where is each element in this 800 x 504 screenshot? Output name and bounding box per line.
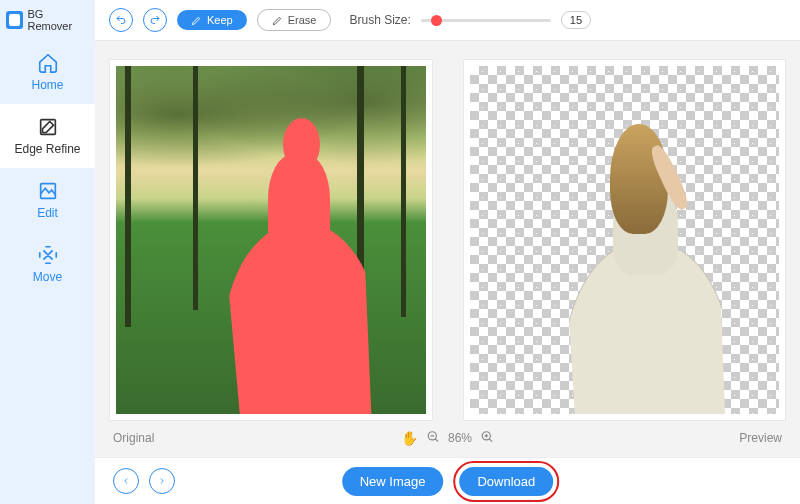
next-image-button[interactable] [149, 468, 175, 494]
redo-icon [149, 14, 161, 26]
keep-brush-icon [191, 15, 202, 26]
zoom-out-icon [426, 430, 440, 444]
app-logo: BG Remover [0, 0, 95, 40]
erase-label: Erase [288, 14, 317, 26]
bottom-bar: New Image Download [95, 457, 800, 504]
canvas-area: Original ✋ 86% Preview [95, 41, 800, 457]
brush-size-value: 15 [561, 11, 591, 29]
original-label: Original [113, 431, 154, 445]
sidebar-item-label: Move [33, 270, 62, 284]
preview-label: Preview [739, 431, 782, 445]
undo-icon [115, 14, 127, 26]
erase-button[interactable]: Erase [257, 9, 332, 31]
sidebar-item-edit[interactable]: Edit [0, 168, 95, 232]
sidebar-item-label: Home [31, 78, 63, 92]
zoom-in-button[interactable] [480, 430, 494, 447]
chevron-right-icon [157, 476, 167, 486]
sidebar-item-label: Edit [37, 206, 58, 220]
chevron-left-icon [121, 476, 131, 486]
preview-image [470, 66, 780, 414]
sidebar-item-move[interactable]: Move [0, 232, 95, 296]
redo-button[interactable] [143, 8, 167, 32]
move-icon [37, 244, 59, 266]
sidebar-item-label: Edge Refine [14, 142, 80, 156]
logo-icon [6, 11, 23, 29]
original-image [116, 66, 426, 414]
toolbar: Keep Erase Brush Size: 15 [95, 0, 800, 41]
sidebar-item-edge-refine[interactable]: Edge Refine [0, 104, 95, 168]
download-button[interactable]: Download [459, 467, 553, 496]
brush-size-label: Brush Size: [349, 13, 410, 27]
keep-button[interactable]: Keep [177, 10, 247, 30]
main: Keep Erase Brush Size: 15 [95, 0, 800, 504]
slider-thumb[interactable] [431, 15, 442, 26]
home-icon [37, 52, 59, 74]
zoom-in-icon [480, 430, 494, 444]
pan-hand-icon[interactable]: ✋ [401, 430, 418, 446]
canvas-labels: Original ✋ 86% Preview [109, 421, 786, 451]
edit-icon [37, 180, 59, 202]
app-title: BG Remover [27, 8, 89, 32]
prev-image-button[interactable] [113, 468, 139, 494]
zoom-percent: 86% [448, 431, 472, 445]
undo-button[interactable] [109, 8, 133, 32]
zoom-out-button[interactable] [426, 430, 440, 447]
sidebar: BG Remover Home Edge Refine Edit Move [0, 0, 95, 504]
original-image-frame[interactable] [109, 59, 433, 421]
preview-image-frame[interactable] [463, 59, 787, 421]
edge-refine-icon [37, 116, 59, 138]
new-image-button[interactable]: New Image [342, 467, 444, 496]
keep-label: Keep [207, 14, 233, 26]
zoom-controls: ✋ 86% [401, 430, 494, 447]
sidebar-item-home[interactable]: Home [0, 40, 95, 104]
erase-brush-icon [272, 15, 283, 26]
brush-size-slider[interactable] [421, 19, 551, 22]
